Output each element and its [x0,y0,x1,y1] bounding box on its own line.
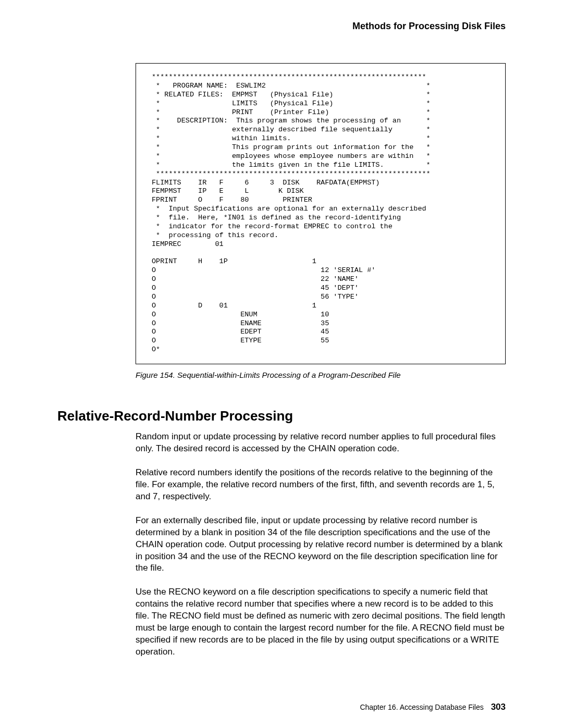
section-heading: Relative-Record-Number Processing [57,408,506,424]
page-number: 303 [491,702,506,712]
paragraph: Random input or update processing by rel… [136,431,506,455]
header-title: Methods for Processing Disk Files [57,21,506,32]
body-text: Random input or update processing by rel… [136,431,506,658]
paragraph: Use the RECNO keyword on a file descript… [136,586,506,658]
footer: Chapter 16. Accessing Database Files 303 [360,702,506,712]
paragraph: Relative record numbers identify the pos… [136,467,506,503]
figure-caption: Figure 154. Sequential-within-Limits Pro… [136,371,506,379]
code-listing: ****************************************… [136,63,506,364]
paragraph: For an externally described file, input … [136,515,506,575]
chapter-label: Chapter 16. Accessing Database Files [360,703,483,711]
